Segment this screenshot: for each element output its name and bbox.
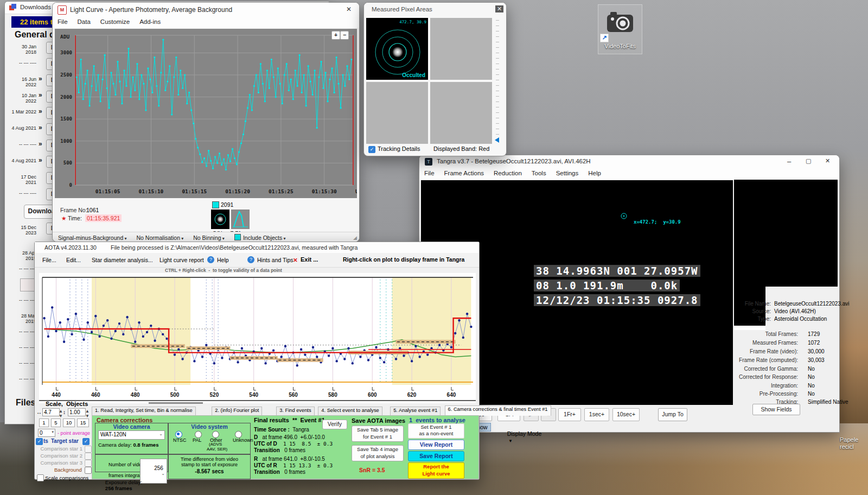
comparison-star-checkbox[interactable] — [85, 460, 92, 467]
close-icon[interactable]: ✕ — [495, 5, 503, 12]
pixel-area-empty-1[interactable] — [430, 18, 492, 80]
chevron-right-icon[interactable]: » — [39, 107, 42, 115]
light-curve-chart[interactable]: 05001000150020002500300001:15:0501:15:10… — [55, 29, 357, 198]
step-button-1Fr[interactable]: 1Fr+ — [558, 408, 581, 421]
status-dropdown-2[interactable]: No Normalisation ▾ — [131, 233, 188, 241]
menu-item-settings[interactable]: Settings — [551, 168, 584, 178]
comparison-star-checkbox[interactable] — [85, 453, 92, 460]
aota-chart[interactable]: 440460480500520540560580600620640 — [39, 273, 476, 403]
status-dropdown-4[interactable]: Include Objects ▾ — [229, 233, 290, 241]
plot-scrollbar-thumb[interactable] — [149, 402, 203, 404]
recycle-bin-label[interactable]: Papele recicl — [840, 436, 858, 450]
save-tab4-button[interactable]: Save Tab 4 image of plot analysis — [352, 445, 404, 461]
menu-item-file[interactable]: File — [419, 168, 439, 178]
tangra-zoomed-frame-view[interactable] — [734, 180, 838, 287]
target-star-checkbox[interactable] — [82, 438, 90, 445]
chevron-down-icon: ▾ — [282, 236, 285, 241]
step-button-1sec[interactable]: 1sec+ — [584, 408, 609, 421]
svg-text:2500: 2500 — [60, 72, 72, 78]
star-diameter-menu[interactable]: Star diameter analysis... — [92, 257, 153, 263]
video-camera-select[interactable]: WAT-120N ⌄ — [98, 430, 165, 440]
frames-integrated-select[interactable]: 256 ⌄ — [140, 459, 167, 484]
chevron-right-icon[interactable]: » — [39, 75, 42, 82]
chevron-right-icon[interactable]: » — [39, 124, 42, 131]
zoom-in-button[interactable]: + — [331, 31, 340, 40]
report-light-curve-button[interactable]: Report the Light curve — [408, 462, 464, 479]
background-checkbox[interactable] — [85, 467, 92, 474]
jump-button-5[interactable]: 5 — [51, 418, 61, 427]
displayed-band-label: Displayed Band: Red — [433, 145, 489, 152]
file-menu[interactable]: File... — [42, 257, 56, 263]
light-curve-plot[interactable]: 05001000150020002500300001:15:0501:15:10… — [55, 29, 357, 198]
edit-menu[interactable]: Edit... — [66, 257, 81, 263]
jump-button-15[interactable]: 15 — [77, 418, 89, 427]
close-button[interactable]: ✕ — [825, 157, 830, 164]
save-report-button[interactable]: Save Report — [408, 451, 464, 461]
object-thumbnail[interactable] — [211, 210, 229, 229]
svg-text:640: 640 — [447, 392, 456, 398]
chevron-right-icon[interactable]: » — [39, 156, 42, 164]
menu-item-tools[interactable]: Tools — [527, 168, 551, 178]
zoom-out-button[interactable]: − — [340, 31, 349, 40]
status-dropdown-1[interactable]: Signal-minus-Background ▾ — [53, 233, 131, 241]
set-non-event-button[interactable]: Set Event # 1 as a non-event — [408, 423, 464, 439]
menu-item-add-ins[interactable]: Add-ins — [135, 17, 165, 27]
chevron-right-icon[interactable]: » — [39, 91, 42, 99]
verify-button[interactable]: Verify — [322, 420, 347, 429]
jump-to-button[interactable]: Jump To — [658, 408, 687, 421]
menu-item-reduction[interactable]: Reduction — [489, 168, 527, 178]
close-icon[interactable]: ✕ — [346, 5, 352, 13]
resize-grip-icon[interactable]: ◢ — [353, 235, 357, 240]
scale-comparisons-checkbox[interactable] — [37, 474, 44, 481]
pixel-area-empty-2[interactable] — [366, 82, 428, 144]
desktop-icon-videotofits[interactable]: ↗ VideoToFits — [598, 4, 642, 54]
menu-item-frame-actions[interactable]: Frame Actions — [439, 168, 489, 178]
light-curve-titlebar[interactable]: M Light Curve - Aperture Photometry, Ave… — [53, 3, 359, 17]
download-row-date: 28 Apr 2019 — [10, 250, 36, 261]
menu-item-data[interactable]: Data — [73, 17, 95, 27]
utc-d-uncertainty: ± 0.3 — [317, 441, 333, 447]
tab-6[interactable]: 6. Camera corrections & final times Even… — [445, 405, 551, 416]
v-scale-spinner[interactable]: ▲▼ — [85, 409, 90, 418]
save-tab5-button[interactable]: Save Tab 5 image for Event # 1 — [352, 426, 404, 442]
plot-scrollbar[interactable] — [39, 402, 476, 404]
menu-item-customize[interactable]: Customize — [95, 17, 135, 27]
status-dropdown-3[interactable]: No Binning ▾ — [188, 233, 229, 241]
minimize-button[interactable]: – — [787, 157, 791, 166]
aota-titlebar[interactable]: AOTA v4.2023.11.30 File being processed … — [35, 242, 479, 253]
psf-profile-thumbnail[interactable] — [231, 210, 250, 229]
display-mode-dropdown[interactable]: Display Mode ▼ — [501, 424, 541, 450]
chevron-right-icon[interactable]: » — [39, 140, 42, 148]
comparison-star-checkbox[interactable] — [85, 446, 92, 453]
point-average-select[interactable]: 0▾ — [38, 429, 55, 437]
tracking-details-checkbox[interactable] — [368, 146, 375, 153]
tangra-titlebar[interactable]: T Tangra v3.7 - BetelgeuseOccult12122023… — [419, 155, 839, 169]
h-scale-spinner[interactable]: ▲▼ — [59, 409, 63, 418]
jump-button-1[interactable]: 1 — [39, 418, 49, 427]
v-scale-input[interactable]: 1.00 — [68, 408, 86, 416]
maximize-button[interactable]: ▢ — [806, 157, 811, 164]
menu-item-help[interactable]: Help — [583, 168, 606, 178]
pixel-areas-title: Measured Pixel Areas — [372, 6, 432, 12]
tangra-app-icon: T — [425, 158, 432, 166]
light-curve-report-menu[interactable]: Light curve report — [159, 257, 204, 263]
step-button-10sec[interactable]: 10sec+ — [612, 408, 640, 421]
menu-item-file[interactable]: File — [53, 17, 73, 27]
aota-plot[interactable]: 440460480500520540560580600620640 — [39, 273, 476, 403]
download-row-date: -- --- ---- — [10, 266, 36, 271]
view-report-button[interactable]: View Report — [408, 440, 464, 450]
jump-button-10[interactable]: 10 — [63, 418, 75, 427]
h-scale-input[interactable]: 4.7 — [42, 408, 60, 416]
chevron-down-icon: ⌄ — [161, 471, 165, 476]
recycle-bin-label-line2: recicl — [840, 443, 858, 450]
hints-menu[interactable]: Hints and Tips — [257, 257, 293, 263]
pixel-area-occulted[interactable]: 472.7, 30.9 Occulted — [366, 18, 428, 80]
info-value: 1072 — [808, 340, 820, 346]
help-menu[interactable]: Help — [217, 257, 229, 263]
pixel-area-empty-3[interactable] — [430, 82, 492, 144]
pixel-areas-titlebar[interactable]: Measured Pixel Areas ✕ — [364, 3, 506, 16]
show-fields-button[interactable]: Show Fields — [752, 404, 800, 415]
scroll-left-arrow-icon[interactable] — [495, 137, 499, 143]
plot-target-checkbox[interactable] — [36, 438, 43, 445]
exit-menu[interactable]: Exit ... — [301, 256, 318, 263]
